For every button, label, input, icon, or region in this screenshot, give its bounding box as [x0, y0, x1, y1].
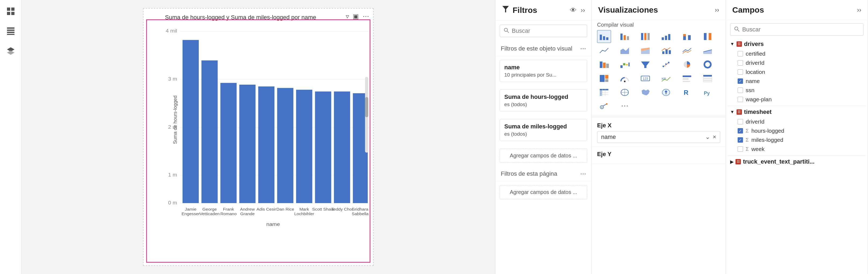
viz-icon-pie[interactable]: [680, 58, 694, 71]
checkbox-location[interactable]: [738, 69, 743, 75]
svg-rect-65: [683, 36, 686, 40]
svg-rect-66: [683, 34, 686, 36]
tree-group-drivers-header[interactable]: ▼ ☷ drivers: [728, 39, 866, 49]
sidebar-icon-table[interactable]: [5, 25, 17, 37]
viz-icon-R[interactable]: R: [680, 86, 694, 99]
filtros-page-more-icon[interactable]: ⋯: [580, 170, 586, 177]
tree-item-wage-plan[interactable]: wage-plan: [728, 95, 866, 104]
viz-icon-ribbon[interactable]: [597, 58, 611, 71]
eje-x-dropdown-icon[interactable]: ⌄: [705, 134, 710, 140]
viz-chevron-icon[interactable]: ››: [715, 6, 719, 14]
viz-icon-column-100[interactable]: [701, 30, 715, 43]
tree-item-name[interactable]: ✓ name: [728, 77, 866, 86]
eje-x-value-row[interactable]: name ⌄ ×: [597, 131, 720, 143]
filtros-add-visual-btn[interactable]: Agregar campos de datos ...: [500, 148, 587, 163]
campos-search-input[interactable]: [742, 26, 860, 33]
viz-icon-chevron-more[interactable]: ⋯: [618, 100, 632, 113]
more-icon[interactable]: ⋯: [363, 12, 369, 20]
chevron-right-icon[interactable]: ››: [581, 6, 585, 14]
svg-rect-55: [606, 37, 608, 40]
tree-item-hours-logged[interactable]: ✓ Σ hours-logged: [728, 126, 866, 135]
tree-item-certified[interactable]: certified: [728, 49, 866, 58]
tree-item-ssn[interactable]: ssn: [728, 86, 866, 95]
viz-icon-python[interactable]: Py: [701, 86, 715, 99]
chart-container[interactable]: Suma de hours-logged y Suma de miles-log…: [143, 8, 374, 266]
viz-icon-line-column[interactable]: [659, 44, 673, 57]
tree-item-location[interactable]: location: [728, 67, 866, 77]
viz-icon-scatter[interactable]: [659, 58, 673, 71]
viz-icon-card[interactable]: 123: [639, 72, 652, 85]
viz-compile-label: Compilar visual: [597, 22, 720, 28]
checkbox-driverid[interactable]: [738, 60, 743, 65]
filter-item-name[interactable]: name 10 principales por Su...: [500, 60, 587, 82]
viz-icon-table[interactable]: [701, 72, 715, 85]
viz-icon-column-stacked[interactable]: [680, 30, 694, 43]
filtros-search-box[interactable]: [500, 25, 587, 37]
viz-icon-area[interactable]: [618, 44, 632, 57]
campos-chevron-icon[interactable]: ››: [857, 6, 861, 14]
viz-icon-donut[interactable]: [701, 58, 715, 71]
viz-icon-bar-stacked[interactable]: [618, 30, 632, 43]
tree-item-miles-logged[interactable]: ✓ Σ miles-logged: [728, 135, 866, 144]
svg-point-93: [706, 62, 710, 66]
sidebar-icon-grid[interactable]: [5, 5, 17, 17]
svg-point-119: [665, 90, 667, 93]
eje-x-close-icon[interactable]: ×: [713, 134, 716, 140]
viz-icon-matrix[interactable]: [597, 86, 611, 99]
filtros-title: Filtros: [502, 5, 537, 15]
tree-item-driverid[interactable]: driverId: [728, 58, 866, 67]
svg-text:Vetticaden: Vetticaden: [199, 212, 220, 216]
checkbox-certified[interactable]: [738, 51, 743, 56]
filter-item-miles[interactable]: Suma de miles-logged es (todos): [500, 119, 587, 141]
viz-icon-funnel[interactable]: [639, 58, 652, 71]
filtros-search-input[interactable]: [512, 27, 586, 34]
campos-tree: ▼ ☷ drivers certified driverId location: [726, 39, 868, 274]
expand-icon[interactable]: ▣: [353, 12, 359, 20]
checkbox-wage-plan[interactable]: [738, 97, 743, 102]
tree-group-truck-header[interactable]: ▶ ☷ truck_event_text_partiti...: [728, 157, 866, 167]
viz-icon-bar-clustered[interactable]: [597, 30, 611, 43]
svg-text:1 m: 1 m: [168, 172, 177, 177]
svg-rect-105: [703, 77, 712, 78]
filter-icon[interactable]: ▿: [346, 12, 349, 20]
viz-icon-line[interactable]: [597, 44, 611, 57]
viz-icon-bar-100[interactable]: [639, 30, 652, 43]
viz-icon-slicer[interactable]: [680, 72, 694, 85]
eye-icon[interactable]: 👁: [570, 6, 577, 14]
svg-rect-5: [7, 30, 14, 31]
svg-text:Adis Cesir: Adis Cesir: [256, 207, 276, 212]
viz-icon-map[interactable]: [618, 86, 632, 99]
checkbox-miles-logged[interactable]: ✓: [738, 137, 743, 143]
viz-icon-gauge[interactable]: [618, 72, 632, 85]
viz-icon-filled-map[interactable]: [639, 86, 652, 99]
svg-text:4 mil: 4 mil: [166, 28, 177, 34]
campos-search-box[interactable]: [730, 23, 863, 36]
filtros-visual-more-icon[interactable]: ⋯: [580, 45, 586, 52]
svg-point-89: [664, 65, 665, 66]
svg-marker-50: [502, 6, 509, 12]
sidebar-icon-layers[interactable]: [5, 45, 17, 57]
viz-icon-column-clustered[interactable]: [659, 30, 673, 43]
viz-icon-waterfall[interactable]: [618, 58, 632, 71]
checkbox-name[interactable]: ✓: [738, 78, 743, 84]
checkbox-hours-logged[interactable]: ✓: [738, 128, 743, 134]
filter-item-hours[interactable]: Suma de hours-logged es (todos): [500, 89, 587, 111]
checkbox-ssn[interactable]: [738, 88, 743, 93]
checkbox-week[interactable]: [738, 146, 743, 152]
viz-compile-section: Compilar visual: [592, 20, 725, 116]
viz-icon-line-clustered[interactable]: [680, 44, 694, 57]
tree-item-week[interactable]: Σ week: [728, 144, 866, 154]
viz-icon-key-influencers[interactable]: [597, 100, 611, 113]
svg-rect-57: [624, 35, 626, 40]
svg-rect-103: [683, 81, 690, 82]
eje-x-icons: ⌄ ×: [705, 134, 716, 140]
filtros-add-page-btn[interactable]: Agregar campos de datos ...: [500, 185, 587, 199]
viz-icon-treemap[interactable]: [597, 72, 611, 85]
tree-item-ts-driverid[interactable]: driverId: [728, 117, 866, 126]
checkbox-ts-driverid[interactable]: [738, 119, 743, 125]
viz-icon-kpi[interactable]: KPI: [659, 72, 673, 85]
tree-group-timesheet-header[interactable]: ▼ ☷ timesheet: [728, 107, 866, 117]
viz-icon-azure-map[interactable]: [659, 86, 673, 99]
viz-icon-line-stacked[interactable]: [701, 44, 715, 57]
viz-icon-area-stacked[interactable]: [639, 44, 652, 57]
